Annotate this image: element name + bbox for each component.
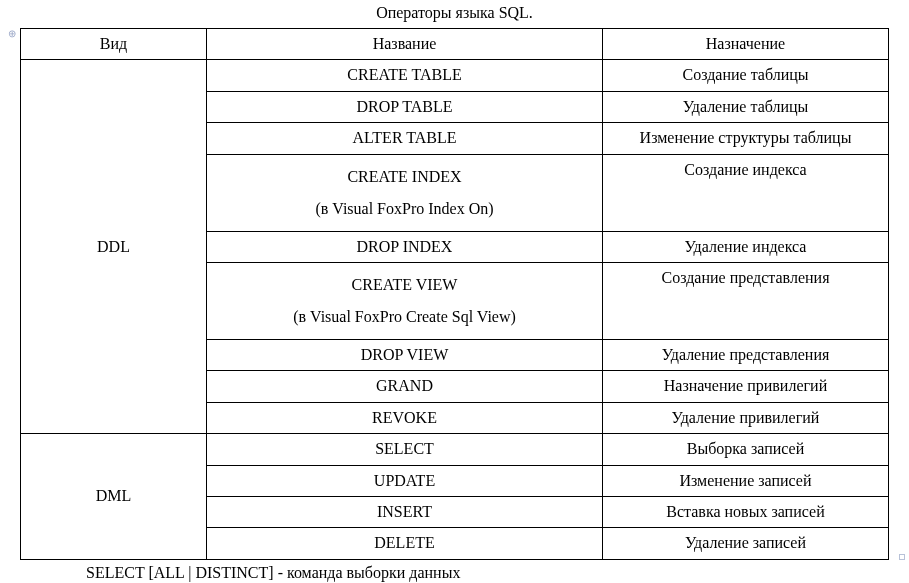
col-header-type: Вид [21,29,207,60]
table-anchor-icon: ⊕ [8,28,16,39]
op-name: DROP VIEW [207,339,603,370]
col-header-name: Название [207,29,603,60]
op-name: CREATE TABLE [207,60,603,91]
op-purpose: Назначение привилегий [603,371,889,402]
op-name: SELECT [207,434,603,465]
table-row: DDL CREATE TABLE Создание таблицы [21,60,889,91]
op-name: UPDATE [207,465,603,496]
sql-operators-table: Вид Название Назначение DDL CREATE TABLE… [20,28,889,560]
op-name: GRAND [207,371,603,402]
op-name-line1: CREATE INDEX [347,168,461,185]
op-purpose: Изменение записей [603,465,889,496]
op-name-multi: CREATE INDEX (в Visual FoxPro Index On) [207,154,603,231]
op-purpose: Удаление записей [603,528,889,559]
op-name-line2: (в Visual FoxPro Create Sql View) [293,308,516,325]
op-purpose: Удаление представления [603,339,889,370]
page-title: Операторы языка SQL. [0,4,909,28]
op-purpose: Создание таблицы [603,60,889,91]
op-purpose: Изменение структуры таблицы [603,123,889,154]
op-name: DELETE [207,528,603,559]
op-purpose: Вставка новых записей [603,496,889,527]
op-name: INSERT [207,496,603,527]
op-purpose: Создание индекса [603,154,889,231]
op-name: ALTER TABLE [207,123,603,154]
op-purpose: Удаление таблицы [603,91,889,122]
op-name: DROP INDEX [207,231,603,262]
op-name-multi: CREATE VIEW (в Visual FoxPro Create Sql … [207,262,603,339]
op-purpose: Удаление привилегий [603,402,889,433]
op-name-line2: (в Visual FoxPro Index On) [315,200,493,217]
op-purpose: Удаление индекса [603,231,889,262]
table-header-row: Вид Название Назначение [21,29,889,60]
op-name: REVOKE [207,402,603,433]
op-purpose: Выборка записей [603,434,889,465]
footer-text: SELECT [ALL | DISTINCT] - команда выборк… [0,560,909,582]
group-label-dml: DML [21,434,207,560]
op-name-line1: CREATE VIEW [352,276,458,293]
op-purpose: Создание представления [603,262,889,339]
group-label-ddl: DDL [21,60,207,434]
op-name: DROP TABLE [207,91,603,122]
table-end-marker-icon [899,554,905,560]
table-row: DML SELECT Выборка записей [21,434,889,465]
col-header-purpose: Назначение [603,29,889,60]
